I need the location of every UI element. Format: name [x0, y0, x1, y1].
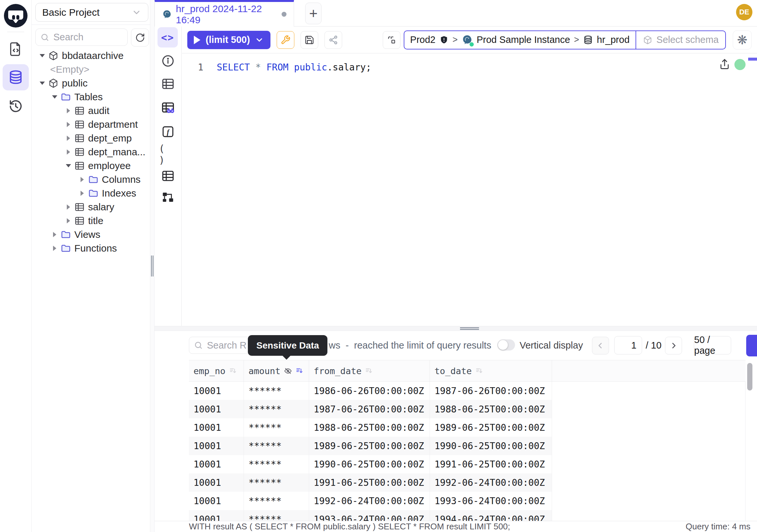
sql-text: SELECT * FROM public.salary;: [203, 60, 371, 75]
sort-icon: [365, 366, 373, 375]
external-table-icon[interactable]: [159, 167, 177, 185]
table-icon: [74, 119, 85, 130]
table-row[interactable]: 10001 ****** 1987-06-26T00:00:00Z 1988-0…: [189, 400, 745, 418]
page-number-input[interactable]: 1: [614, 336, 642, 355]
share-button[interactable]: [324, 31, 342, 49]
tree-item-columns[interactable]: Columns: [32, 172, 150, 186]
project-select[interactable]: Basic Project: [35, 3, 148, 22]
project-select-value: Basic Project: [42, 7, 100, 18]
caret-right-icon[interactable]: [51, 232, 58, 237]
results-resize-handle[interactable]: [155, 326, 757, 331]
history-icon[interactable]: [3, 93, 29, 119]
caret-right-icon[interactable]: [65, 149, 72, 155]
sort-icon: [295, 366, 304, 375]
table-row[interactable]: 10001 ****** 1990-06-25T00:00:00Z 1991-0…: [189, 455, 745, 473]
tree-item-views[interactable]: Views: [32, 228, 150, 241]
tree-item-audit[interactable]: audit: [32, 104, 150, 118]
table-icon: [74, 202, 85, 212]
table-row[interactable]: 10001 ****** 1986-06-26T00:00:00Z 1987-0…: [189, 382, 745, 400]
tree-item-public[interactable]: public: [32, 76, 150, 90]
tree-item-department[interactable]: department: [32, 118, 150, 131]
table-scrollbar[interactable]: [747, 363, 752, 391]
sidebar-resize-handle[interactable]: [150, 0, 155, 532]
caret-right-icon[interactable]: [79, 177, 85, 182]
sensitive-table-icon[interactable]: [159, 99, 177, 117]
worksheet-icon[interactable]: [3, 36, 29, 62]
table-row[interactable]: 10001 ****** 1993-06-24T00:00:00Z 1994-0…: [189, 510, 745, 521]
column-header-emp-no[interactable]: emp_no: [189, 360, 244, 381]
connection-select[interactable]: Prod2 > Prod Sample Instance > hr_prod: [404, 31, 636, 49]
sidebar-search-input[interactable]: Search: [35, 28, 128, 46]
sql-editor[interactable]: 1 SELECT * FROM public.salary;: [182, 53, 757, 326]
function-icon[interactable]: f: [159, 122, 177, 141]
caret-right-icon[interactable]: [65, 204, 72, 210]
run-options-chevron-icon[interactable]: [255, 35, 264, 45]
schema-diagram-icon[interactable]: [159, 188, 177, 206]
database-panel-icon[interactable]: [3, 64, 29, 90]
caret-right-icon[interactable]: [51, 246, 58, 251]
query-time: Query time: 4 ms: [686, 521, 750, 532]
prev-page-button[interactable]: [592, 337, 609, 355]
tree-item-indexes[interactable]: Indexes: [32, 186, 150, 200]
ai-assistant-button[interactable]: ❋: [733, 30, 752, 49]
environment-label: Prod2: [410, 34, 436, 45]
vertical-display-toggle[interactable]: [497, 339, 515, 351]
bytebase-logo[interactable]: [4, 4, 27, 27]
code-view-toggle[interactable]: <>: [158, 27, 178, 47]
avatar[interactable]: DE: [736, 4, 752, 20]
table-row[interactable]: 10001 ****** 1988-06-25T00:00:00Z 1989-0…: [189, 418, 745, 437]
column-header-to-date[interactable]: to_date: [430, 360, 552, 381]
info-icon[interactable]: [159, 52, 177, 70]
next-page-button[interactable]: [665, 337, 682, 355]
upload-icon[interactable]: [718, 58, 731, 71]
plus-icon: +: [309, 6, 318, 21]
select-schema-button[interactable]: Select schema: [636, 31, 725, 49]
tree-item-dept-emp[interactable]: dept_emp: [32, 131, 150, 145]
caret-right-icon[interactable]: [65, 108, 72, 113]
table-row[interactable]: 10001 ****** 1992-06-24T00:00:00Z 1993-0…: [189, 492, 745, 510]
caret-down-icon[interactable]: [39, 81, 45, 85]
run-query-button[interactable]: (limit 500): [187, 31, 270, 49]
table-row[interactable]: 10001 ****** 1989-06-25T00:00:00Z 1990-0…: [189, 437, 745, 455]
table-row[interactable]: 10001 ****** 1991-06-25T00:00:00Z 1992-0…: [189, 473, 745, 492]
tree-item-functions[interactable]: Functions: [32, 241, 150, 255]
tree-item-tables[interactable]: Tables: [32, 90, 150, 104]
caret-right-icon[interactable]: [79, 191, 85, 196]
tree-item-title[interactable]: title: [32, 214, 150, 228]
editor-scrollbar[interactable]: [748, 58, 757, 61]
wrench-icon: [281, 35, 290, 45]
caret-down-icon[interactable]: [51, 95, 58, 99]
results-search-placeholder: Search R: [207, 340, 247, 351]
caret-right-icon[interactable]: [65, 122, 72, 127]
tree-item-employee[interactable]: employee: [32, 159, 150, 172]
caret-down-icon[interactable]: [39, 54, 45, 57]
sql-editor-app: Basic Project Search bbdataarchive <: [0, 0, 757, 532]
caret-right-icon[interactable]: [65, 136, 72, 141]
table-header-row: emp_no amount from_date to_date: [189, 360, 745, 382]
refresh-button[interactable]: [131, 28, 149, 47]
export-button[interactable]: [746, 335, 757, 357]
column-header-from-date[interactable]: from_date: [309, 360, 430, 381]
tooltip-arrow: [282, 356, 291, 360]
tab-hr-prod[interactable]: hr_prod 2024-11-22 16:49: [155, 0, 294, 26]
query-settings-button[interactable]: [277, 31, 294, 49]
tree-item-label: audit: [88, 105, 109, 116]
procedure-icon[interactable]: ( ): [159, 145, 177, 164]
tree-item-label: department: [88, 119, 138, 130]
table-detail-icon[interactable]: [159, 75, 177, 93]
new-tab-button[interactable]: +: [305, 3, 321, 24]
save-button[interactable]: [301, 31, 318, 49]
openai-icon: ❋: [737, 33, 747, 47]
caret-right-icon[interactable]: [65, 218, 72, 223]
batch-query-button[interactable]: [383, 31, 401, 49]
tree-item-dept-manager[interactable]: dept_mana...: [32, 145, 150, 159]
tree-item-label: bbdataarchive: [62, 50, 123, 61]
query-limit-note: ws - reached the limit of query results: [329, 337, 491, 354]
tree-item-bbdataarchive[interactable]: bbdataarchive: [32, 49, 150, 63]
page-size-select[interactable]: 50 / page: [694, 336, 731, 355]
tree-item-salary[interactable]: salary: [32, 200, 150, 214]
column-header-amount[interactable]: amount: [244, 360, 309, 381]
tree-item-label: title: [88, 215, 104, 226]
caret-down-icon[interactable]: [65, 164, 72, 168]
connection-breadcrumb: Prod2 > Prod Sample Instance > hr_prod S…: [404, 30, 726, 49]
